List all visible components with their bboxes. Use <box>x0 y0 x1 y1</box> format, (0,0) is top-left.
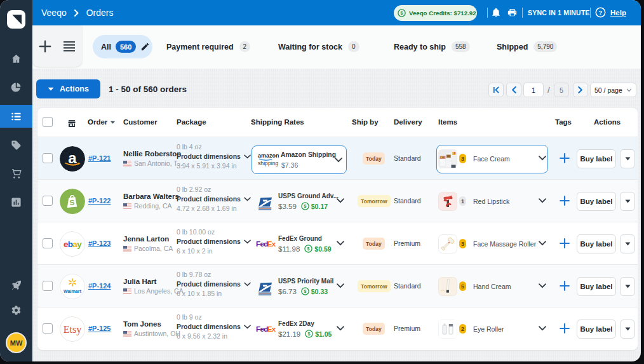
svg-text:Walmart: Walmart <box>64 288 82 294</box>
svg-text:$: $ <box>307 246 310 252</box>
svg-text:ebay: ebay <box>64 239 82 249</box>
svg-text:$: $ <box>304 204 306 209</box>
svg-text:Etsy: Etsy <box>64 324 81 335</box>
svg-text:Ex: Ex <box>267 325 276 332</box>
svg-text:a: a <box>68 149 77 166</box>
svg-text:?: ? <box>599 9 603 16</box>
svg-text:$: $ <box>308 332 311 337</box>
svg-text:Fed: Fed <box>256 325 268 332</box>
svg-text:Fed: Fed <box>256 240 268 247</box>
svg-text:Ex: Ex <box>267 240 276 247</box>
svg-text:$: $ <box>401 11 403 16</box>
svg-text:$: $ <box>304 289 306 294</box>
svg-text:S: S <box>69 198 75 206</box>
